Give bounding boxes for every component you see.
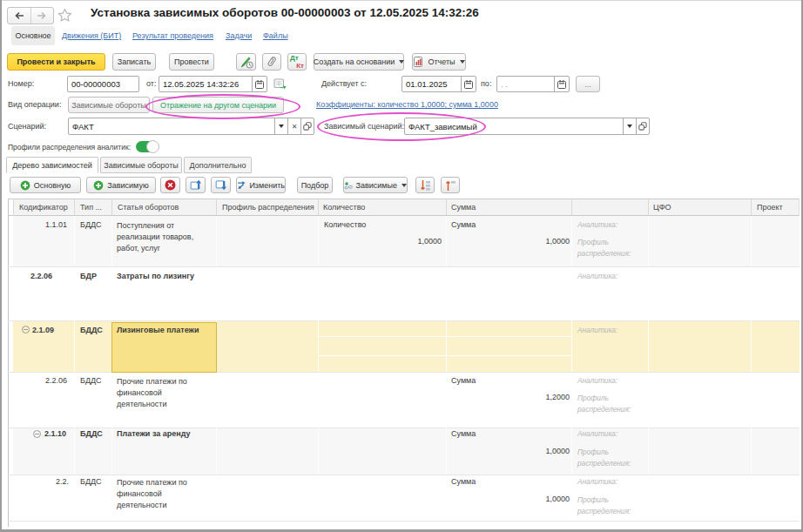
save-button[interactable]: Записать	[112, 53, 156, 71]
scenario-clear-button[interactable]: ✕	[287, 118, 300, 134]
profiles-toggle-switch[interactable]	[136, 141, 159, 152]
cell-code[interactable]: 2.2.	[56, 477, 69, 486]
cell-code[interactable]: 2.2.06	[45, 376, 67, 385]
calendar-button[interactable]	[461, 77, 476, 91]
move-up-level-button[interactable]	[186, 177, 206, 193]
column-divider	[216, 199, 217, 215]
cell-type[interactable]: БДР	[80, 272, 97, 280]
cell-divider	[446, 216, 447, 266]
cell-divider	[751, 320, 752, 372]
edit-arrows-icon	[237, 179, 246, 191]
annotation-ellipse-operation	[145, 94, 300, 119]
column-header-project[interactable]: Проект	[757, 203, 783, 212]
cell-code[interactable]: 2.1.09	[32, 326, 54, 334]
cell-type[interactable]: БДДС	[80, 376, 102, 385]
expand-all-button[interactable]	[415, 177, 435, 193]
valid-from-input[interactable]: 01.01.2025	[402, 76, 476, 92]
column-divider	[111, 199, 112, 215]
tab-result[interactable]: Результат проведения	[132, 31, 213, 40]
more-dates-label: ...	[584, 80, 591, 89]
dependents-label: Зависимые	[356, 181, 397, 190]
attachments-button[interactable]	[262, 53, 281, 71]
tab-movements[interactable]: Движения (БИТ)	[62, 31, 121, 40]
post-and-close-button[interactable]: Провести и закрыть	[7, 53, 105, 71]
edit-button[interactable]: Изменить	[236, 177, 286, 193]
favorite-star-icon[interactable]	[57, 8, 72, 24]
tab-dependent-turnovers[interactable]: Зависимые обороты	[100, 157, 182, 173]
collapse-all-button[interactable]	[441, 177, 460, 193]
tab-dependency-tree[interactable]: Дерево зависимостей	[6, 157, 98, 173]
coefficients-link[interactable]: Коэффициенты: количество 1,0000; сумма 1…	[316, 100, 498, 109]
dependent-scenario-open-button[interactable]	[636, 118, 649, 134]
column-header-code[interactable]: Кодификатор	[19, 203, 68, 212]
cell-profile-label: Профиль распределения:	[577, 237, 654, 259]
cell-sum-value[interactable]: 1,0000	[488, 447, 570, 455]
cell-article[interactable]: Прочие платежи по финансовой деятельност…	[117, 376, 211, 410]
tab-files[interactable]: Файлы	[263, 31, 288, 40]
cell-article[interactable]: Поступления от реализации товаров, работ…	[117, 220, 211, 254]
cell-divider	[111, 216, 112, 266]
cell-sum-value[interactable]: 1,0000	[488, 237, 570, 246]
collapse-node-icon[interactable]	[22, 326, 30, 333]
more-dates-button[interactable]: ...	[576, 76, 600, 92]
cell-code[interactable]: 1.1.01	[45, 220, 67, 229]
column-header-type[interactable]: Тип ...	[80, 203, 102, 212]
number-input[interactable]: 00-00000003	[67, 76, 139, 92]
dependent-scenario-dropdown-button[interactable]	[623, 118, 636, 134]
tab-main[interactable]: Основное	[11, 26, 55, 45]
create-based-on-label: Создать на основании	[314, 57, 395, 66]
cell-code[interactable]: 2.1.10	[44, 429, 66, 438]
cell-article[interactable]: Прочие платежи по финансовой деятельност…	[117, 477, 211, 511]
calendar-button[interactable]	[554, 77, 569, 91]
reports-button[interactable]: Отчеты	[412, 53, 466, 71]
caret-down-icon	[279, 125, 284, 128]
date-input[interactable]: 12.05.2025 14:32:26	[159, 76, 267, 92]
table-border	[8, 199, 9, 527]
number-label: Номер:	[8, 79, 34, 88]
column-header-sum[interactable]: Сумма	[451, 203, 476, 212]
move-down-level-icon	[215, 179, 227, 191]
cell-sum-value[interactable]: 1,0000	[488, 495, 570, 503]
tab-additional[interactable]: Дополнительно	[184, 157, 252, 173]
pick-button[interactable]: Подбор	[297, 177, 333, 193]
valid-to-input[interactable]: . .	[496, 76, 570, 92]
debit-credit-button[interactable]: Дт Кт	[287, 53, 307, 71]
move-up-level-icon	[190, 179, 202, 191]
cell-type[interactable]: БДДС	[80, 477, 102, 486]
cell-divider	[571, 216, 572, 266]
cell-code[interactable]: 2.2.06	[30, 272, 52, 280]
cell-article[interactable]: Затраты по лизингу	[117, 272, 194, 280]
calendar-button[interactable]	[252, 77, 267, 91]
cell-type[interactable]: БДДС	[80, 220, 102, 229]
move-down-level-button[interactable]	[211, 177, 231, 193]
scenario-dropdown-button[interactable]	[274, 118, 287, 134]
add-main-button[interactable]: Основную	[10, 177, 81, 193]
add-dependent-button[interactable]: Зависимую	[86, 177, 156, 193]
set-current-date-button[interactable]	[273, 77, 287, 91]
cell-qty-value[interactable]: 1,0000	[366, 237, 442, 246]
post-button[interactable]: Провести	[169, 53, 214, 71]
cell-article[interactable]: Платежи за аренду	[117, 429, 191, 438]
cell-divider	[318, 428, 319, 475]
delete-row-button[interactable]	[160, 177, 180, 193]
forward-button[interactable]	[31, 8, 54, 24]
create-based-on-button[interactable]: Создать на основании	[314, 53, 404, 71]
dependents-menu-button[interactable]: Зависимые	[343, 177, 408, 193]
toggle-knob	[146, 140, 159, 153]
operation-option-dependent[interactable]: Зависимые обороты	[68, 97, 150, 113]
back-button[interactable]	[8, 8, 31, 24]
cell-sum-value[interactable]: 1,2000	[488, 393, 570, 401]
cell-type[interactable]: БДДС	[80, 429, 103, 438]
focused-cell[interactable]: Лизинговые платежи	[111, 322, 217, 373]
column-header-qty[interactable]: Количество	[323, 203, 365, 212]
cell-type[interactable]: БДДС	[80, 326, 103, 334]
collapse-node-icon[interactable]	[33, 430, 41, 438]
tab-tasks[interactable]: Задачи	[226, 31, 252, 40]
scenario-input[interactable]: ФАКТ ✕	[68, 118, 314, 135]
column-header-article[interactable]: Статья оборотов	[118, 203, 179, 212]
column-header-profile[interactable]: Профиль распределения	[222, 203, 314, 212]
scenario-open-button[interactable]	[300, 118, 314, 134]
sign-button[interactable]	[236, 53, 256, 71]
column-header-cfo[interactable]: ЦФО	[653, 203, 671, 212]
date-value: 12.05.2025 14:32:26	[159, 79, 252, 89]
